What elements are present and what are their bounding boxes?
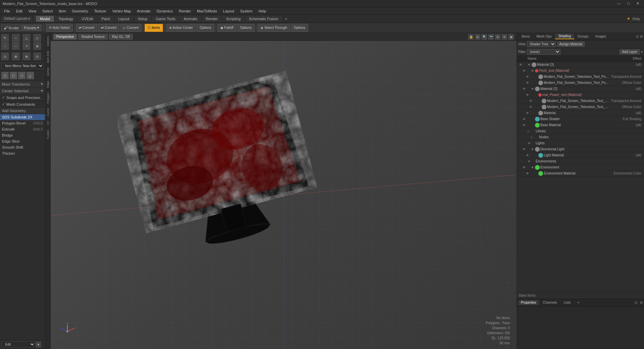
shader-tree-view-select[interactable]: Shader Tree xyxy=(527,41,556,47)
tree-row-lights[interactable]: 👁 ▼ Lights xyxy=(517,140,644,146)
tool-icon-8[interactable]: ⊕ xyxy=(34,42,41,50)
eye-environment[interactable]: 👁 xyxy=(522,165,526,170)
tool-icon-3[interactable]: △ xyxy=(23,34,30,42)
eye-directional-light[interactable]: 👁 xyxy=(522,147,526,152)
menu-system[interactable]: System xyxy=(237,8,255,14)
rp-detach-icon[interactable]: ⊞ xyxy=(640,35,643,38)
tool-icon-4[interactable]: ◇ xyxy=(34,34,41,42)
vtab-curve[interactable]: Curve xyxy=(46,106,50,118)
vtab-vertex[interactable]: Vertex xyxy=(46,65,50,78)
snaps-precision-item[interactable]: ✓ Snaps and Precision xyxy=(0,94,45,101)
edit-dropdown[interactable]: Edit xyxy=(1,341,35,348)
tree-row-base-shader[interactable]: 👁 Base Shader Full Shading xyxy=(517,116,644,122)
transform-icon-4[interactable]: △ xyxy=(26,72,34,79)
vp-tab-shaded[interactable]: Shaded Texture xyxy=(78,34,108,40)
tool-icon-12[interactable]: ⊙ xyxy=(34,53,41,60)
polygon-bevel-item[interactable]: Polygon Bevel Shift-B xyxy=(0,120,45,126)
eye-material-2[interactable]: 👁 xyxy=(522,87,526,91)
tab-paint[interactable]: Paint xyxy=(98,16,114,22)
filter-select[interactable]: (none) xyxy=(527,49,560,55)
add-layer-button[interactable]: Add Layer xyxy=(620,49,640,54)
menu-edit[interactable]: Edit xyxy=(13,8,25,14)
expand-material-3[interactable]: ▼ xyxy=(528,63,531,66)
viewport-canvas[interactable]: X Z Y No Items Polygons : Face Channels:… xyxy=(51,41,517,349)
add-tab-button[interactable]: + xyxy=(283,15,289,22)
tool-icon-2[interactable]: ○ xyxy=(12,34,19,42)
tool-icon-5[interactable]: ↕ xyxy=(1,42,9,50)
eye-lights[interactable]: 👁 xyxy=(518,141,523,146)
tool-icon-6[interactable]: ↔ xyxy=(12,42,19,50)
vtab-edge[interactable]: Edge xyxy=(46,79,50,90)
expand-lights[interactable]: ▼ xyxy=(528,142,531,145)
action-center-button[interactable]: ⊕ Action Center xyxy=(166,24,196,32)
vp-lock-icon[interactable]: 🔒 xyxy=(468,34,474,40)
eye-base-shader[interactable]: 👁 xyxy=(522,117,526,121)
ptab-properties[interactable]: Properties xyxy=(518,300,539,305)
menu-render[interactable]: Render xyxy=(176,8,194,14)
item-menu-dropdown[interactable]: Item Menu: New Item xyxy=(1,63,44,69)
expand-nodes[interactable]: ▷ xyxy=(531,136,534,139)
thicken-item[interactable]: Thicken xyxy=(0,150,45,156)
transform-icon-2[interactable]: ⬡ xyxy=(10,72,17,79)
tab-render[interactable]: Render xyxy=(202,16,222,22)
tree-row-mf-ports-transparent[interactable]: 👁 Modern_Flat_Screen_Television_Text_Por… xyxy=(517,74,644,80)
items-button[interactable]: ☐ Items xyxy=(145,24,163,32)
tab-schematic-fusion[interactable]: Schematic Fusion xyxy=(245,16,282,22)
more-transforms-header[interactable]: More Transforms ▾ xyxy=(0,81,45,87)
vtab-item-edit[interactable]: Item Edit xyxy=(46,49,50,65)
expand-environments[interactable]: ▼ xyxy=(528,160,531,163)
prop-detach-icon[interactable]: ⊞ xyxy=(640,301,643,304)
tab-model[interactable]: Model xyxy=(36,16,54,22)
menu-layout[interactable]: Layout xyxy=(220,8,237,14)
tree-row-directional-light[interactable]: 👁 ▼ Directional Light xyxy=(517,146,644,152)
options-button-3[interactable]: Options xyxy=(291,24,308,32)
tree-row-material-2[interactable]: 👁 ▼ Material (2) (all) xyxy=(517,86,644,92)
expand-ports-text[interactable]: ▼ xyxy=(531,69,534,72)
maximize-button[interactable]: □ xyxy=(625,1,632,6)
tree-row-light-material[interactable]: 👁 Light Material (all) xyxy=(517,152,644,158)
tab-layout[interactable]: Layout xyxy=(114,16,134,22)
menu-item[interactable]: Item xyxy=(56,8,68,14)
vp-maximize-icon[interactable]: ▣ xyxy=(508,34,514,40)
rtab-items[interactable]: Items xyxy=(518,34,533,39)
rtab-shading[interactable]: Shading xyxy=(555,34,574,39)
tab-topology[interactable]: Topology xyxy=(54,16,77,22)
convert-button-3[interactable]: ▷ Convert xyxy=(120,24,142,32)
eye-mf-power-transparent[interactable]: 👁 xyxy=(528,99,533,103)
tree-row-material-3[interactable]: 👁 ▼ Material (3) (all) xyxy=(517,62,644,68)
options-button-2[interactable]: Options xyxy=(237,24,255,32)
vp-settings-icon[interactable]: ⚙ xyxy=(502,34,507,40)
add-geometry-header[interactable]: Add Geometry xyxy=(0,108,45,114)
vtab-fusion[interactable]: Fusion xyxy=(46,128,50,141)
vp-search-icon[interactable]: 🔍 xyxy=(482,34,487,40)
ptab-add[interactable]: + xyxy=(575,300,582,305)
tab-animate[interactable]: Animate xyxy=(180,16,202,22)
tree-row-ports-text[interactable]: 👁 ▼ Ports_text (Material) xyxy=(517,68,644,74)
ptab-channels[interactable]: Channels xyxy=(540,300,560,305)
expand-environment[interactable]: ▼ xyxy=(531,166,534,169)
vtab-uv[interactable]: UV xyxy=(46,119,50,127)
vtab-deform[interactable]: Deform xyxy=(46,34,50,48)
vp-cam-icon[interactable]: 📷 xyxy=(488,34,494,40)
rp-expand-icon[interactable]: ⊡ xyxy=(636,35,639,38)
extrude-item[interactable]: Extrude Shift-X xyxy=(0,126,45,132)
tree-row-material-plain[interactable]: 👁 Material (all) xyxy=(517,110,644,116)
menu-help[interactable]: Help xyxy=(256,8,269,14)
sculpt-button[interactable]: 🖌 Sculpt xyxy=(1,24,21,31)
tool-icon-1[interactable]: ↖ xyxy=(1,34,9,42)
expand-directional-light[interactable]: ▼ xyxy=(531,148,534,151)
menu-animate[interactable]: Animate xyxy=(134,8,153,14)
eye-environments[interactable]: 👁 xyxy=(518,159,523,164)
rtab-images[interactable]: Images xyxy=(592,34,610,39)
vp-frame-icon[interactable]: ⊞ xyxy=(475,34,480,40)
expand-library[interactable]: ▷ xyxy=(528,130,531,133)
minimize-button[interactable]: — xyxy=(615,1,623,6)
menu-geometry[interactable]: Geometry xyxy=(69,8,91,14)
prop-expand-icon[interactable]: ⊡ xyxy=(635,301,637,304)
tree-row-library[interactable]: 👁 ▷ Library xyxy=(517,128,644,134)
menu-vertex-map[interactable]: Vertex Map xyxy=(110,8,134,14)
eye-mat-power-text[interactable]: 👁 xyxy=(525,93,530,97)
menu-select[interactable]: Select xyxy=(40,8,55,14)
mesh-constraints-item[interactable]: ✓ Mesh Constraints xyxy=(0,101,45,107)
rtab-groups[interactable]: Groups xyxy=(574,34,592,39)
